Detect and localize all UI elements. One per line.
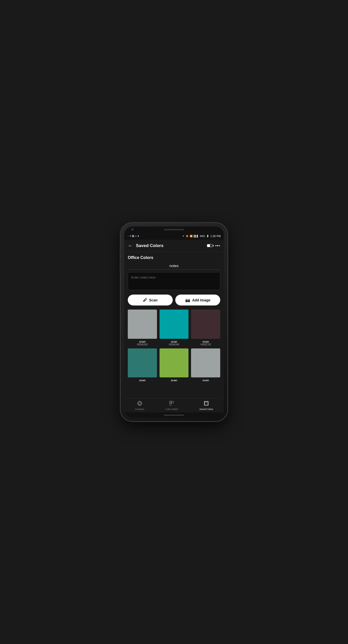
signal-icon: ▌▌▌ <box>194 235 199 237</box>
color-item[interactable]: scan#9DA2A2 <box>128 310 157 346</box>
color-item[interactable]: scan <box>191 348 220 382</box>
status-bar: ··· P 🖼 ⚠ ⬇ ✶ 🔇 📶 ▌▌▌ 94% 🔋 1:36 PM <box>124 233 224 240</box>
nav-item-compare[interactable]: Compare <box>132 400 147 411</box>
status-right-icons: ✶ 🔇 📶 ▌▌▌ 94% 🔋 1:36 PM <box>182 235 221 238</box>
nav-item-saved-colors[interactable]: Saved Colors <box>196 400 216 411</box>
nav-icon <box>203 401 209 407</box>
more-options-button[interactable]: ••• <box>215 243 220 248</box>
color-item[interactable]: scan <box>160 348 189 382</box>
status-time: 1:36 PM <box>210 235 221 238</box>
notes-divider <box>128 269 220 270</box>
scan-label: Scan <box>149 298 157 302</box>
nav-label: Compare <box>135 408 144 410</box>
svg-rect-2 <box>170 401 171 403</box>
color-grid: scan#9DA2A2scan#00A2A6scan#402C30scansca… <box>128 310 220 382</box>
scan-button[interactable]: 🖊 Scan <box>128 295 173 305</box>
color-name: scan <box>202 379 209 382</box>
nav-icon <box>137 401 143 407</box>
color-item[interactable]: scan#00A2A6 <box>160 310 189 346</box>
color-name: scan <box>139 340 146 343</box>
header-battery-icon <box>207 244 213 247</box>
color-name: scan <box>171 379 177 382</box>
color-item[interactable]: scan#402C30 <box>191 310 220 346</box>
nav-item-color-match[interactable]: Color Match <box>163 400 181 411</box>
battery-fill <box>207 244 210 247</box>
action-buttons: 🖊 Scan 📷 Add Image <box>128 295 220 305</box>
bluetooth-icon: ✶ <box>182 235 184 237</box>
color-name: scan <box>139 379 146 382</box>
app-bar-title: Saved Colors <box>136 243 207 248</box>
color-swatch <box>191 348 220 378</box>
phone-screen: ··· P 🖼 ⚠ ⬇ ✶ 🔇 📶 ▌▌▌ 94% 🔋 1:36 PM ← Sa… <box>124 226 224 418</box>
color-swatch <box>191 310 220 339</box>
color-hex: #9DA2A2 <box>137 343 148 346</box>
notification-icons: ··· P 🖼 ⚠ ⬇ <box>127 235 139 237</box>
app-bar-actions: ••• <box>207 243 220 248</box>
nav-icon <box>169 401 175 407</box>
status-left-icons: ··· P 🖼 ⚠ ⬇ <box>127 235 139 237</box>
camera-icon: 📷 <box>185 298 190 302</box>
home-bar <box>164 415 184 416</box>
phone-notch <box>124 226 224 233</box>
color-hex: #402C30 <box>200 343 211 346</box>
front-camera <box>131 228 133 231</box>
color-swatch <box>160 348 189 378</box>
svg-rect-4 <box>170 404 171 405</box>
screen-content: Office Colors notes 🖊 Scan 📷 Add Image s… <box>124 252 224 398</box>
nav-label: Saved Colors <box>199 408 213 410</box>
mute-icon: 🔇 <box>186 235 188 237</box>
color-swatch <box>160 310 189 339</box>
wifi-icon: 📶 <box>190 235 193 237</box>
bottom-nav: CompareColor MatchSaved Colors <box>124 398 224 412</box>
section-title: Office Colors <box>128 255 220 260</box>
scan-icon: 🖊 <box>143 298 147 302</box>
notes-section: notes <box>128 264 220 270</box>
notes-label: notes <box>128 264 220 268</box>
nav-label: Color Match <box>166 408 178 410</box>
add-image-label: Add Image <box>192 298 211 302</box>
svg-rect-3 <box>172 401 174 403</box>
battery-icon: 🔋 <box>206 235 209 237</box>
speaker <box>164 229 184 230</box>
app-bar: ← Saved Colors ••• <box>124 240 224 252</box>
color-name: scan <box>171 340 177 343</box>
color-swatch <box>128 348 157 378</box>
add-image-button[interactable]: 📷 Add Image <box>175 295 220 305</box>
svg-point-0 <box>137 401 142 406</box>
notes-input[interactable] <box>128 272 220 290</box>
back-button[interactable]: ← <box>128 243 133 249</box>
color-item[interactable]: scan <box>128 348 157 382</box>
color-swatch <box>128 310 157 339</box>
svg-point-1 <box>138 402 141 404</box>
home-indicator <box>124 412 224 418</box>
phone-frame: ··· P 🖼 ⚠ ⬇ ✶ 🔇 📶 ▌▌▌ 94% 🔋 1:36 PM ← Sa… <box>121 223 227 421</box>
color-name: scan <box>202 340 209 343</box>
color-hex: #00A2A6 <box>169 343 179 346</box>
battery-percent: 94% <box>200 235 205 238</box>
